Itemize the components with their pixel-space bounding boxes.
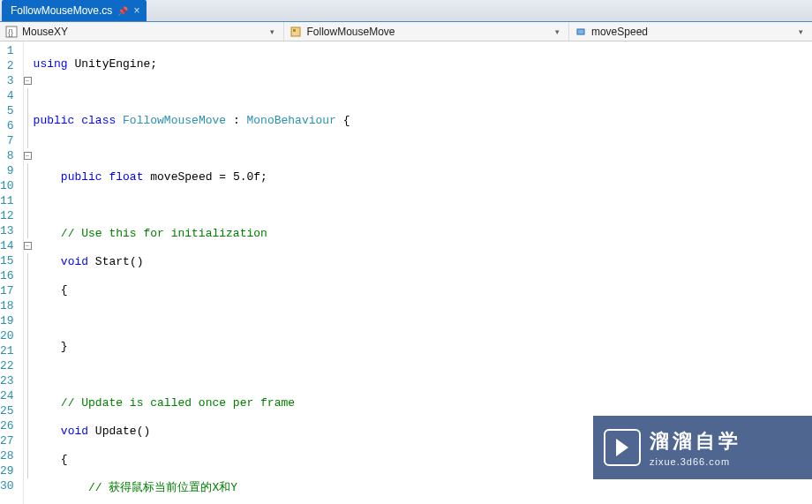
line-number: 29	[0, 463, 23, 478]
line-number: 5	[0, 103, 23, 118]
line-number: 20	[0, 328, 23, 343]
chevron-down-icon: ▾	[795, 27, 807, 36]
line-number: 18	[0, 298, 23, 313]
tab-label: FollowMouseMove.cs	[11, 4, 112, 17]
line-number: 1	[0, 43, 23, 58]
line-number: 28	[0, 448, 23, 463]
fold-toggle[interactable]: −	[24, 242, 32, 250]
line-number: 11	[0, 193, 23, 208]
line-number: 3	[0, 73, 23, 88]
line-number: 27	[0, 433, 23, 448]
class-label: FollowMouseMove	[306, 26, 395, 38]
outlining-margin: − − −	[24, 41, 32, 504]
namespace-label: MouseXY	[22, 26, 68, 38]
class-dropdown[interactable]: FollowMouseMove ▾	[284, 22, 568, 41]
code-content[interactable]: using UnityEngine; public class FollowMo…	[32, 41, 812, 504]
line-number: 8	[0, 148, 23, 163]
svg-rect-3	[293, 29, 296, 32]
field-icon	[575, 26, 587, 38]
namespace-icon: {}	[5, 26, 18, 38]
pin-icon[interactable]: 📌	[117, 6, 128, 16]
line-number: 21	[0, 343, 23, 358]
class-icon	[289, 26, 302, 38]
tab-bar: FollowMouseMove.cs 📌 ×	[0, 0, 812, 22]
close-icon[interactable]: ×	[133, 4, 139, 17]
line-number: 16	[0, 268, 23, 283]
line-number: 15	[0, 253, 23, 268]
line-number: 9	[0, 163, 23, 178]
line-number: 4	[0, 88, 23, 103]
line-number: 12	[0, 208, 23, 223]
member-dropdown[interactable]: moveSpeed ▾	[569, 22, 812, 41]
line-number: 26	[0, 418, 23, 433]
line-number: 2	[0, 58, 23, 73]
line-number-gutter: 1 2 3 4 5 6 7 8 9 10 11 12 13 14 15 16 1…	[0, 41, 24, 504]
namespace-dropdown[interactable]: {} MouseXY ▾	[0, 22, 284, 41]
line-number: 14	[0, 238, 23, 253]
fold-toggle[interactable]: −	[24, 77, 32, 85]
member-label: moveSpeed	[591, 26, 648, 38]
svg-rect-4	[577, 29, 584, 34]
line-number: 10	[0, 178, 23, 193]
line-number: 6	[0, 118, 23, 133]
svg-text:{}: {}	[8, 28, 13, 37]
line-number: 30	[0, 478, 23, 493]
file-tab[interactable]: FollowMouseMove.cs 📌 ×	[2, 0, 147, 21]
fold-toggle[interactable]: −	[24, 152, 32, 160]
line-number: 23	[0, 373, 23, 388]
line-number: 13	[0, 223, 23, 238]
line-number: 19	[0, 313, 23, 328]
navigation-bar: {} MouseXY ▾ FollowMouseMove ▾ moveSpeed…	[0, 22, 812, 41]
line-number: 25	[0, 403, 23, 418]
line-number: 7	[0, 133, 23, 148]
chevron-down-icon: ▾	[267, 27, 278, 36]
chevron-down-icon: ▾	[552, 27, 563, 36]
line-number: 24	[0, 388, 23, 403]
line-number: 22	[0, 358, 23, 373]
code-editor[interactable]: 1 2 3 4 5 6 7 8 9 10 11 12 13 14 15 16 1…	[0, 41, 812, 504]
line-number: 17	[0, 283, 23, 298]
